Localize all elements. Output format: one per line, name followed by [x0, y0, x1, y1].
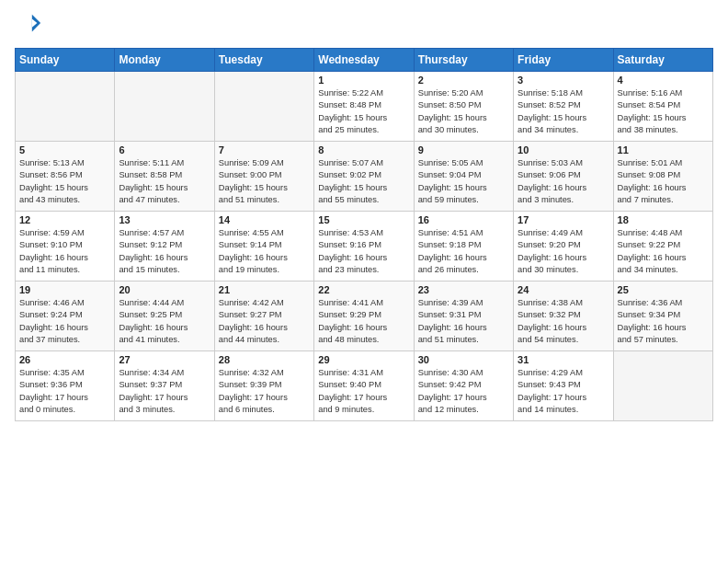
day-number: 9: [418, 144, 509, 155]
day-info: Sunrise: 4:57 AM Sunset: 9:12 PM Dayligh…: [119, 227, 210, 277]
calendar-body: 1Sunrise: 5:22 AM Sunset: 8:48 PM Daylig…: [16, 72, 713, 421]
logo: [15, 11, 42, 40]
day-number: 31: [518, 354, 609, 365]
calendar-cell: 3Sunrise: 5:18 AM Sunset: 8:52 PM Daylig…: [514, 72, 613, 142]
day-info: Sunrise: 4:42 AM Sunset: 9:27 PM Dayligh…: [219, 297, 310, 347]
day-info: Sunrise: 4:38 AM Sunset: 9:32 PM Dayligh…: [518, 297, 609, 347]
day-info: Sunrise: 4:39 AM Sunset: 9:31 PM Dayligh…: [418, 297, 509, 347]
header-day-wednesday: Wednesday: [314, 49, 414, 72]
day-info: Sunrise: 4:31 AM Sunset: 9:40 PM Dayligh…: [318, 367, 409, 417]
day-number: 5: [19, 144, 110, 155]
day-number: 23: [418, 284, 509, 295]
day-info: Sunrise: 4:34 AM Sunset: 9:37 PM Dayligh…: [119, 367, 210, 417]
calendar-cell: [214, 72, 313, 142]
calendar-cell: 23Sunrise: 4:39 AM Sunset: 9:31 PM Dayli…: [414, 282, 513, 351]
day-number: 10: [518, 144, 609, 155]
calendar-cell: 4Sunrise: 5:16 AM Sunset: 8:54 PM Daylig…: [613, 72, 712, 142]
day-info: Sunrise: 5:20 AM Sunset: 8:50 PM Dayligh…: [418, 87, 509, 137]
day-number: 18: [618, 214, 709, 225]
calendar-cell: 31Sunrise: 4:29 AM Sunset: 9:43 PM Dayli…: [514, 351, 613, 421]
header: [15, 11, 713, 40]
header-day-saturday: Saturday: [613, 49, 712, 72]
day-info: Sunrise: 4:35 AM Sunset: 9:36 PM Dayligh…: [19, 367, 110, 417]
day-info: Sunrise: 5:16 AM Sunset: 8:54 PM Dayligh…: [618, 87, 709, 137]
day-info: Sunrise: 4:32 AM Sunset: 9:39 PM Dayligh…: [219, 367, 310, 417]
day-info: Sunrise: 4:29 AM Sunset: 9:43 PM Dayligh…: [518, 367, 609, 417]
header-row: SundayMondayTuesdayWednesdayThursdayFrid…: [16, 49, 713, 72]
calendar-cell: 24Sunrise: 4:38 AM Sunset: 9:32 PM Dayli…: [514, 282, 613, 351]
week-row-4: 26Sunrise: 4:35 AM Sunset: 9:36 PM Dayli…: [16, 351, 713, 421]
calendar-cell: 11Sunrise: 5:01 AM Sunset: 9:08 PM Dayli…: [613, 142, 712, 212]
week-row-3: 19Sunrise: 4:46 AM Sunset: 9:24 PM Dayli…: [16, 282, 713, 351]
calendar-cell: 7Sunrise: 5:09 AM Sunset: 9:00 PM Daylig…: [214, 142, 313, 212]
calendar-cell: 1Sunrise: 5:22 AM Sunset: 8:48 PM Daylig…: [314, 72, 414, 142]
calendar-cell: 27Sunrise: 4:34 AM Sunset: 9:37 PM Dayli…: [115, 351, 214, 421]
day-number: 12: [19, 214, 110, 225]
calendar-cell: [115, 72, 214, 142]
calendar-table: SundayMondayTuesdayWednesdayThursdayFrid…: [15, 48, 713, 421]
day-info: Sunrise: 5:18 AM Sunset: 8:52 PM Dayligh…: [518, 87, 609, 137]
calendar-cell: 21Sunrise: 4:42 AM Sunset: 9:27 PM Dayli…: [214, 282, 313, 351]
calendar-cell: 26Sunrise: 4:35 AM Sunset: 9:36 PM Dayli…: [16, 351, 115, 421]
day-number: 24: [518, 284, 609, 295]
day-info: Sunrise: 4:44 AM Sunset: 9:25 PM Dayligh…: [119, 297, 210, 347]
calendar-cell: 6Sunrise: 5:11 AM Sunset: 8:58 PM Daylig…: [115, 142, 214, 212]
day-number: 3: [518, 75, 609, 86]
week-row-0: 1Sunrise: 5:22 AM Sunset: 8:48 PM Daylig…: [16, 72, 713, 142]
day-number: 7: [219, 144, 310, 155]
calendar-cell: 18Sunrise: 4:48 AM Sunset: 9:22 PM Dayli…: [613, 212, 712, 282]
calendar-cell: 5Sunrise: 5:13 AM Sunset: 8:56 PM Daylig…: [16, 142, 115, 212]
calendar-cell: 28Sunrise: 4:32 AM Sunset: 9:39 PM Dayli…: [214, 351, 313, 421]
calendar-cell: 19Sunrise: 4:46 AM Sunset: 9:24 PM Dayli…: [16, 282, 115, 351]
day-info: Sunrise: 4:41 AM Sunset: 9:29 PM Dayligh…: [318, 297, 409, 347]
day-info: Sunrise: 4:48 AM Sunset: 9:22 PM Dayligh…: [618, 227, 709, 277]
day-number: 4: [618, 75, 709, 86]
day-number: 20: [119, 284, 210, 295]
day-number: 2: [418, 75, 509, 86]
day-info: Sunrise: 4:55 AM Sunset: 9:14 PM Dayligh…: [219, 227, 310, 277]
calendar-cell: 25Sunrise: 4:36 AM Sunset: 9:34 PM Dayli…: [613, 282, 712, 351]
day-number: 21: [219, 284, 310, 295]
header-day-monday: Monday: [115, 49, 214, 72]
header-day-thursday: Thursday: [414, 49, 513, 72]
day-number: 27: [119, 354, 210, 365]
day-info: Sunrise: 4:46 AM Sunset: 9:24 PM Dayligh…: [19, 297, 110, 347]
calendar-cell: [613, 351, 712, 421]
week-row-2: 12Sunrise: 4:59 AM Sunset: 9:10 PM Dayli…: [16, 212, 713, 282]
calendar-cell: 12Sunrise: 4:59 AM Sunset: 9:10 PM Dayli…: [16, 212, 115, 282]
calendar-cell: 16Sunrise: 4:51 AM Sunset: 9:18 PM Dayli…: [414, 212, 513, 282]
day-info: Sunrise: 5:03 AM Sunset: 9:06 PM Dayligh…: [518, 157, 609, 207]
calendar-cell: 20Sunrise: 4:44 AM Sunset: 9:25 PM Dayli…: [115, 282, 214, 351]
day-info: Sunrise: 5:07 AM Sunset: 9:02 PM Dayligh…: [318, 157, 409, 207]
page: SundayMondayTuesdayWednesdayThursdayFrid…: [0, 0, 728, 563]
calendar-cell: 2Sunrise: 5:20 AM Sunset: 8:50 PM Daylig…: [414, 72, 513, 142]
day-number: 15: [318, 214, 409, 225]
day-info: Sunrise: 4:49 AM Sunset: 9:20 PM Dayligh…: [518, 227, 609, 277]
calendar-cell: 13Sunrise: 4:57 AM Sunset: 9:12 PM Dayli…: [115, 212, 214, 282]
calendar-cell: 15Sunrise: 4:53 AM Sunset: 9:16 PM Dayli…: [314, 212, 414, 282]
header-day-tuesday: Tuesday: [214, 49, 313, 72]
day-number: 8: [318, 144, 409, 155]
calendar-cell: 17Sunrise: 4:49 AM Sunset: 9:20 PM Dayli…: [514, 212, 613, 282]
day-number: 29: [318, 354, 409, 365]
logo-icon: [17, 11, 42, 37]
day-info: Sunrise: 5:13 AM Sunset: 8:56 PM Dayligh…: [19, 157, 110, 207]
day-number: 16: [418, 214, 509, 225]
calendar-cell: 30Sunrise: 4:30 AM Sunset: 9:42 PM Dayli…: [414, 351, 513, 421]
day-number: 1: [318, 75, 409, 86]
header-day-friday: Friday: [514, 49, 613, 72]
day-number: 19: [19, 284, 110, 295]
day-info: Sunrise: 5:01 AM Sunset: 9:08 PM Dayligh…: [618, 157, 709, 207]
day-info: Sunrise: 4:36 AM Sunset: 9:34 PM Dayligh…: [618, 297, 709, 347]
calendar-cell: 29Sunrise: 4:31 AM Sunset: 9:40 PM Dayli…: [314, 351, 414, 421]
day-number: 28: [219, 354, 310, 365]
day-info: Sunrise: 4:51 AM Sunset: 9:18 PM Dayligh…: [418, 227, 509, 277]
day-info: Sunrise: 4:30 AM Sunset: 9:42 PM Dayligh…: [418, 367, 509, 417]
day-info: Sunrise: 5:22 AM Sunset: 8:48 PM Dayligh…: [318, 87, 409, 137]
day-number: 14: [219, 214, 310, 225]
calendar-cell: 9Sunrise: 5:05 AM Sunset: 9:04 PM Daylig…: [414, 142, 513, 212]
calendar-cell: [16, 72, 115, 142]
calendar-cell: 22Sunrise: 4:41 AM Sunset: 9:29 PM Dayli…: [314, 282, 414, 351]
day-number: 30: [418, 354, 509, 365]
week-row-1: 5Sunrise: 5:13 AM Sunset: 8:56 PM Daylig…: [16, 142, 713, 212]
